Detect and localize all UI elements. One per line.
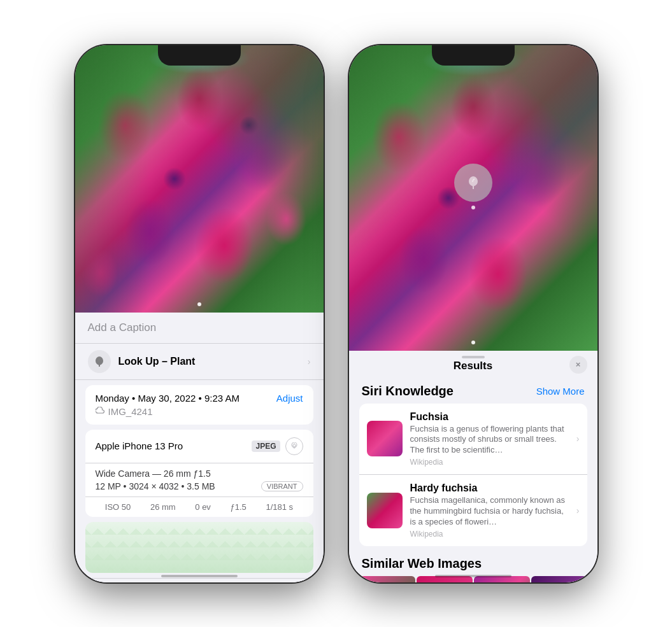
hardy-fuchsia-text: Hardy fuchsia Fuchsia magellanica, commo… — [410, 483, 569, 539]
lookup-text: Look Up – Plant — [118, 356, 196, 367]
bottom-toolbar: i — [75, 578, 324, 582]
lookup-icon — [88, 350, 111, 373]
hardy-fuchsia-chevron: › — [576, 505, 580, 516]
leaf-search-icon — [464, 173, 483, 192]
results-close-button[interactable]: × — [569, 356, 587, 374]
camera-header: Apple iPhone 13 Pro JPEG — [85, 430, 313, 463]
map-thumbnail[interactable] — [85, 522, 313, 573]
filename-text: IMG_4241 — [108, 406, 153, 417]
left-phone-screen: Add a Caption Look Up – Plant › Mon — [75, 45, 324, 582]
camera-details: Wide Camera — 26 mm ƒ1.5 12 MP • 3024 × … — [85, 463, 313, 497]
results-panel: Results × Siri Knowledge Show More Fuchs… — [349, 351, 597, 582]
similar-images-section: Similar Web Images — [349, 551, 597, 582]
lookup-rest: Plant — [168, 356, 196, 367]
fuchsia-name: Fuchsia — [410, 411, 569, 423]
date-text: Monday • May 30, 2022 • 9:23 AM — [96, 393, 239, 404]
show-more-button[interactable]: Show More — [536, 386, 585, 397]
right-home-bar — [435, 575, 511, 577]
hardy-fuchsia-source: Wikipedia — [410, 530, 569, 539]
photo-dots — [197, 302, 201, 306]
fuchsia-source: Wikipedia — [410, 458, 569, 467]
caption-placeholder[interactable]: Add a Caption — [88, 321, 157, 334]
fuchsia-chevron: › — [576, 433, 580, 444]
siri-dot — [471, 206, 475, 209]
exif-row: ISO 50 26 mm 0 ev ƒ1.5 1/181 s — [85, 497, 313, 517]
location-icon — [290, 442, 298, 450]
exif-ev: 0 ev — [195, 502, 211, 512]
siri-knowledge-header: Siri Knowledge Show More — [349, 379, 597, 404]
similar-image-4[interactable] — [531, 576, 587, 582]
knowledge-card: Fuchsia Fuchsia is a genus of flowering … — [359, 404, 587, 546]
hardy-fuchsia-name: Hardy fuchsia — [410, 483, 569, 494]
right-phone-notch — [432, 45, 515, 66]
siri-visual-search-button[interactable] — [454, 164, 492, 202]
jpeg-badge: JPEG — [252, 440, 280, 452]
close-label: × — [576, 360, 581, 369]
hardy-fuchsia-thumbnail — [367, 493, 403, 528]
exif-shutter: 1/181 s — [266, 502, 293, 512]
right-dot-1 — [471, 341, 475, 344]
camera-specs: 12 MP • 3024 × 4032 • 3.5 MB — [96, 481, 215, 491]
results-header: Results × — [349, 351, 597, 379]
camera-detail-1: Wide Camera — 26 mm ƒ1.5 — [96, 468, 303, 479]
right-phone: Results × Siri Knowledge Show More Fuchs… — [349, 45, 597, 582]
similar-images-title: Similar Web Images — [349, 551, 597, 576]
fuchsia-thumbnail — [367, 421, 403, 456]
right-flower-photo[interactable] — [349, 45, 597, 351]
camera-badges: JPEG — [252, 437, 303, 455]
right-phone-screen: Results × Siri Knowledge Show More Fuchs… — [349, 45, 597, 582]
home-bar — [161, 575, 238, 577]
left-phone: Add a Caption Look Up – Plant › Mon — [75, 45, 324, 582]
date-section: Monday • May 30, 2022 • 9:23 AM Adjust I… — [85, 385, 313, 425]
drag-handle — [462, 356, 485, 358]
location-icon-btn[interactable] — [285, 437, 303, 455]
lookup-row[interactable]: Look Up – Plant › — [75, 344, 324, 380]
svg-point-0 — [293, 444, 296, 447]
siri-knowledge-title: Siri Knowledge — [362, 384, 454, 398]
adjust-button[interactable]: Adjust — [276, 393, 303, 404]
camera-detail-2: 12 MP • 3024 × 4032 • 3.5 MB VIBRANT — [96, 481, 303, 491]
lookup-bold: Look Up – — [118, 356, 168, 367]
caption-area[interactable]: Add a Caption — [75, 313, 324, 344]
exif-aperture: ƒ1.5 — [231, 502, 247, 512]
lookup-chevron: › — [308, 356, 311, 367]
dot-1 — [197, 302, 201, 306]
date-row: Monday • May 30, 2022 • 9:23 AM Adjust — [96, 393, 303, 404]
fuchsia-desc: Fuchsia is a genus of flowering plants t… — [410, 424, 569, 456]
exif-iso: ISO 50 — [105, 502, 131, 512]
results-title: Results — [454, 360, 492, 372]
hardy-fuchsia-item[interactable]: Hardy fuchsia Fuchsia magellanica, commo… — [359, 475, 587, 546]
camera-model: Apple iPhone 13 Pro — [96, 440, 183, 451]
camera-section: Apple iPhone 13 Pro JPEG Wide Camera — 2… — [85, 430, 313, 517]
leaf-icon — [93, 355, 106, 368]
fuchsia-item[interactable]: Fuchsia Fuchsia is a genus of flowering … — [359, 404, 587, 476]
filename-row: IMG_4241 — [96, 406, 303, 417]
flower-photo[interactable] — [75, 45, 324, 313]
hardy-fuchsia-desc: Fuchsia magellanica, commonly known as t… — [410, 495, 569, 528]
fuchsia-text: Fuchsia Fuchsia is a genus of flowering … — [410, 411, 569, 467]
right-photo-dots — [471, 341, 475, 344]
exif-focal: 26 mm — [150, 502, 176, 512]
phone-notch — [158, 45, 241, 66]
info-panel: Add a Caption Look Up – Plant › Mon — [75, 313, 324, 582]
similar-image-1[interactable] — [359, 576, 415, 582]
cloud-icon — [96, 407, 104, 416]
vibrant-badge: VIBRANT — [261, 481, 303, 491]
